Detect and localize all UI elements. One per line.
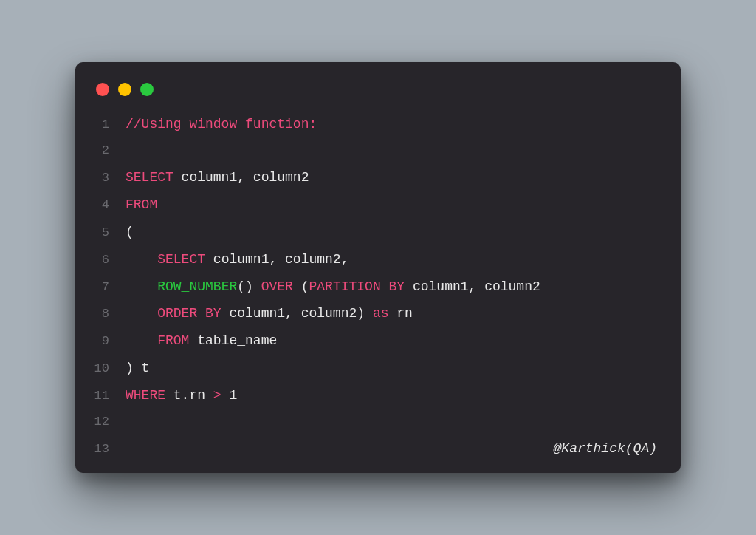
line-number: 4 bbox=[93, 193, 126, 219]
text-token: ) t bbox=[126, 361, 149, 375]
line-number: 6 bbox=[93, 248, 126, 273]
code-content: WHERE t.rn > 1 bbox=[126, 382, 663, 409]
line-number: 2 bbox=[93, 138, 126, 164]
keyword-token: ORDER BY bbox=[157, 306, 221, 321]
text-token: ( bbox=[126, 225, 134, 239]
keyword-token: FROM bbox=[157, 333, 189, 348]
indent bbox=[126, 333, 157, 348]
text-token: table_name bbox=[189, 333, 277, 348]
keyword-token: OVER bbox=[261, 279, 293, 294]
text-token: t.rn bbox=[165, 388, 213, 403]
keyword-token: SELECT bbox=[157, 252, 205, 267]
text-token: rn bbox=[388, 306, 412, 321]
code-line: 10 ) t bbox=[93, 355, 663, 382]
code-line: 1 //Using window function: bbox=[93, 111, 663, 138]
text-token bbox=[253, 279, 261, 294]
traffic-lights bbox=[93, 77, 663, 108]
maximize-icon[interactable] bbox=[140, 83, 154, 96]
keyword-token: WHERE bbox=[126, 388, 165, 403]
comment-token: //Using window function: bbox=[126, 117, 317, 132]
text-token: column1, column2) bbox=[221, 306, 373, 321]
minimize-icon[interactable] bbox=[118, 83, 131, 96]
keyword-token: FROM bbox=[126, 197, 157, 212]
line-number: 8 bbox=[93, 301, 126, 327]
code-line: 4 FROM bbox=[93, 191, 663, 219]
code-content: FROM table_name bbox=[126, 327, 663, 355]
code-area: 1 //Using window function: 2 3 SELECT co… bbox=[93, 108, 663, 462]
text-token: column1, column2 bbox=[405, 279, 540, 294]
code-line: 12 bbox=[93, 409, 663, 435]
code-line: 9 FROM table_name bbox=[93, 327, 663, 355]
line-number: 7 bbox=[93, 275, 126, 301]
code-line: 5 ( bbox=[93, 219, 663, 246]
code-line: 7 ROW_NUMBER() OVER (PARTITION BY column… bbox=[93, 273, 663, 301]
code-content: ( bbox=[126, 219, 663, 246]
text-token: () bbox=[237, 279, 253, 294]
indent bbox=[126, 279, 157, 294]
text-token: 1 bbox=[221, 388, 238, 403]
code-line: 3 SELECT column1, column2 bbox=[93, 164, 663, 191]
keyword-token: PARTITION BY bbox=[309, 279, 405, 294]
line-number: 13 bbox=[93, 437, 126, 463]
code-line: 6 SELECT column1, column2, bbox=[93, 246, 663, 273]
text-token: ( bbox=[293, 279, 309, 294]
text-token: column1, column2, bbox=[205, 252, 348, 267]
attribution-text: @Karthick(QA) bbox=[126, 435, 663, 463]
line-number: 12 bbox=[93, 409, 126, 435]
indent bbox=[126, 252, 157, 267]
code-content: SELECT column1, column2, bbox=[126, 246, 663, 273]
indent bbox=[126, 306, 157, 321]
code-content: ORDER BY column1, column2) as rn bbox=[126, 300, 663, 327]
code-line: 13 @Karthick(QA) bbox=[93, 435, 663, 463]
keyword-token: as bbox=[373, 306, 389, 321]
code-content: ROW_NUMBER() OVER (PARTITION BY column1,… bbox=[126, 273, 663, 301]
line-number: 10 bbox=[93, 356, 126, 382]
function-token: ROW_NUMBER bbox=[157, 279, 237, 294]
line-number: 5 bbox=[93, 220, 126, 246]
operator-token: > bbox=[213, 388, 221, 403]
code-line: 2 bbox=[93, 138, 663, 164]
code-window: 1 //Using window function: 2 3 SELECT co… bbox=[75, 62, 681, 472]
code-content: FROM bbox=[126, 191, 663, 219]
line-number: 3 bbox=[93, 166, 126, 191]
code-line: 8 ORDER BY column1, column2) as rn bbox=[93, 300, 663, 327]
text-token: column1, column2 bbox=[173, 170, 309, 185]
close-icon[interactable] bbox=[96, 83, 109, 96]
keyword-token: SELECT bbox=[126, 170, 173, 185]
code-content: SELECT column1, column2 bbox=[126, 164, 663, 191]
code-content: //Using window function: bbox=[126, 111, 663, 138]
code-line: 11 WHERE t.rn > 1 bbox=[93, 382, 663, 409]
line-number: 9 bbox=[93, 329, 126, 355]
line-number: 1 bbox=[93, 112, 126, 138]
line-number: 11 bbox=[93, 384, 126, 409]
code-content: ) t bbox=[126, 355, 663, 382]
